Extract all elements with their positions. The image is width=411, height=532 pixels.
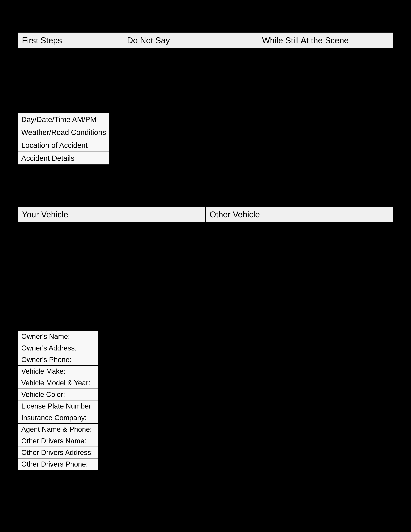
info-item-2: Location of Accident — [18, 139, 109, 152]
detail-item-0: Owner's Name: — [18, 331, 98, 342]
detail-item-7: Insurance Company: — [18, 412, 98, 424]
header-col-while-at-scene: While Still At the Scene — [258, 32, 393, 48]
info-item-1: Weather/Road Conditions — [18, 126, 109, 139]
detail-item-5: Vehicle Color: — [18, 389, 98, 400]
vehicle-header-other-vehicle: Other Vehicle — [206, 207, 393, 222]
detail-item-2: Owner's Phone: — [18, 354, 98, 365]
detail-item-8: Agent Name & Phone: — [18, 424, 98, 435]
info-item-3: Accident Details — [18, 152, 109, 165]
detail-item-4: Vehicle Model & Year: — [18, 377, 98, 389]
detail-item-1: Owner's Address: — [18, 342, 98, 354]
info-table: Day/Date/Time AM/PM Weather/Road Conditi… — [18, 113, 110, 165]
detail-item-10: Other Drivers Address: — [18, 447, 98, 458]
detail-item-9: Other Drivers Name: — [18, 435, 98, 447]
vehicle-header-table: Your Vehicle Other Vehicle — [18, 206, 393, 222]
vehicle-header-your-vehicle: Your Vehicle — [18, 207, 206, 222]
header-table: First Steps Do Not Say While Still At th… — [18, 32, 393, 48]
details-table: Owner's Name: Owner's Address: Owner's P… — [18, 331, 99, 470]
detail-item-3: Vehicle Make: — [18, 365, 98, 377]
page-container: First Steps Do Not Say While Still At th… — [0, 0, 411, 532]
info-item-0: Day/Date/Time AM/PM — [18, 113, 109, 126]
header-col-first-steps: First Steps — [18, 32, 123, 48]
header-col-do-not-say: Do Not Say — [123, 32, 258, 48]
detail-item-6: License Plate Number — [18, 400, 98, 412]
detail-item-11: Other Drivers Phone: — [18, 458, 98, 470]
